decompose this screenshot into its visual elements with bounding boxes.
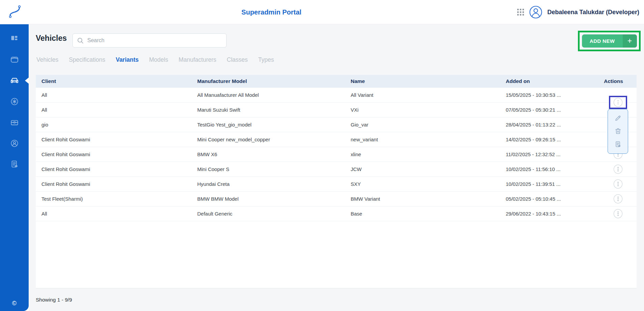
cell-name: Gio_var [345,122,500,128]
apps-grid-icon[interactable] [517,8,524,16]
cards-icon [10,55,19,64]
page-title: Vehicles [36,34,67,43]
cell-added-on: 15/05/2025 - 10:30:53 ... [500,92,604,98]
add-new-label: ADD NEW [582,34,623,48]
cell-added-on: 10/02/2025 - 11:39:51 ... [500,181,604,187]
annotation-highlight-blue [609,96,627,109]
sidebar-item-reports[interactable] [0,154,29,175]
plus-icon: + [623,34,637,48]
tab-bar: Vehicles Specifications Variants Models … [36,56,274,63]
cell-added-on: 10/02/2025 - 11:56:10 ... [500,166,604,172]
sidebar-item-dashboard[interactable] [0,28,29,49]
cell-model: BMW X6 [192,151,345,157]
sidebar-item-cards[interactable] [0,49,29,70]
cell-name: xline [345,151,500,157]
copyright-icon: © [0,300,29,307]
cell-client: Client Rohit Goswami [36,137,192,142]
audit-log-icon[interactable] [614,140,622,148]
cell-added-on: 14/02/2025 - 09:26:15 ... [500,137,604,142]
main-content: Vehicles ADD NEW + Vehicles Specificatio… [29,24,644,311]
more-options-icon[interactable] [614,98,622,107]
cell-model: Mini Cooper new_model_copper [192,137,345,142]
user-avatar-icon[interactable] [529,5,543,19]
dashboard-icon [10,34,19,44]
column-header-actions: Actions [604,78,637,84]
table-row: Client Rohit Goswami Hyundai Creta SXY 1… [36,177,637,192]
cell-client: gio [36,122,192,128]
cell-name: VXi [345,107,500,113]
cell-model: Default Generic [192,211,345,217]
cell-client: Client Rohit Goswami [36,181,192,187]
active-item-arrow-icon [25,78,29,84]
search-input[interactable] [87,37,222,44]
cell-model: Mini Cooper S [192,166,345,172]
app-logo[interactable] [7,4,24,20]
tab-variants[interactable]: Variants [116,56,139,63]
cell-name: JCW [345,166,500,172]
sidebar-nav: © [0,24,29,311]
more-options-icon[interactable] [614,194,622,203]
tab-manufacturers[interactable]: Manufacturers [179,56,216,63]
cell-client: All [36,211,192,217]
cell-client: Client Rohit Goswami [36,151,192,157]
cell-added-on: 07/05/2025 - 05:30:21 ... [500,107,604,113]
user-name-label[interactable]: Debaleena Talukdar (Developer) [547,9,639,16]
column-header-name: Name [345,78,500,84]
sidebar-item-climate[interactable] [0,91,29,112]
tab-vehicles[interactable]: Vehicles [36,56,58,63]
sidebar-item-toolbox[interactable] [0,112,29,133]
tab-types[interactable]: Types [258,56,274,63]
cell-added-on: 11/02/2025 - 12:32:52 ... [500,151,604,157]
climate-snowflake-icon [10,97,19,106]
table-row: All Maruti Suzuki Swift VXi 07/05/2025 -… [36,103,637,117]
cell-client: Client Rohit Goswami [36,166,192,172]
cell-name: All Variant [345,92,500,98]
table-row: All All Manuafacturer All Model All Vari… [36,88,637,103]
toolbox-icon [10,118,19,127]
pagination-status: Showing 1 - 9/9 [36,297,72,303]
cell-model: BMW BMW Model [192,196,345,202]
cell-added-on: 28/04/2025 - 01:13:22 ... [500,122,604,128]
sidebar-item-vehicles[interactable] [0,70,29,91]
column-header-client: Client [36,78,192,84]
cell-client: Test Fleet(Sharmi) [36,196,192,202]
more-options-icon[interactable] [614,179,622,189]
report-icon [10,160,19,169]
cell-name: SXY [345,181,500,187]
table-row: Client Rohit Goswami BMW X6 xline 11/02/… [36,147,637,162]
edit-icon[interactable] [614,114,622,122]
table-row: gio TestGio Yest_gio_model Gio_var 28/04… [36,117,637,132]
delete-icon[interactable] [614,127,622,135]
cell-added-on: 05/02/2025 - 05:10:45 ... [500,196,604,202]
table-row: Client Rohit Goswami Mini Cooper new_mod… [36,132,637,147]
cell-name: Base [345,211,500,217]
cell-name: BMW Variant [345,196,500,202]
cell-model: Maruti Suzuki Swift [192,107,345,113]
row-actions-menu [608,109,628,154]
cell-name: new_variant [345,137,500,142]
variants-table: Client Manufacturer Model Name Added on … [36,75,637,288]
vehicles-car-icon [9,76,20,86]
more-options-icon[interactable] [614,165,622,174]
add-new-button[interactable]: ADD NEW + [582,34,637,48]
table-row: Client Rohit Goswami Mini Cooper S JCW 1… [36,162,637,177]
sidebar-item-account[interactable] [0,133,29,154]
cell-client: All [36,107,192,113]
table-header-row: Client Manufacturer Model Name Added on … [36,75,637,88]
table-row: Test Fleet(Sharmi) BMW BMW Model BMW Var… [36,192,637,206]
cell-model: Hyundai Creta [192,181,345,187]
search-icon [77,37,84,44]
tab-models[interactable]: Models [149,56,168,63]
app-header: Superadmin Portal Debaleena Talukdar (De… [0,0,644,24]
account-support-icon [10,139,19,148]
cell-added-on: 29/06/2022 - 10:43:15 ... [500,211,604,217]
column-header-added-on: Added on [500,78,604,84]
cell-model: TestGio Yest_gio_model [192,122,345,128]
column-header-manufacturer-model: Manufacturer Model [192,78,345,84]
search-box[interactable] [72,33,227,48]
table-row: All Default Generic Base 29/06/2022 - 10… [36,206,637,221]
more-options-icon[interactable] [614,209,622,218]
annotation-highlight-green: ADD NEW + [578,31,641,51]
tab-specifications[interactable]: Specifications [69,56,105,63]
tab-classes[interactable]: Classes [227,56,248,63]
